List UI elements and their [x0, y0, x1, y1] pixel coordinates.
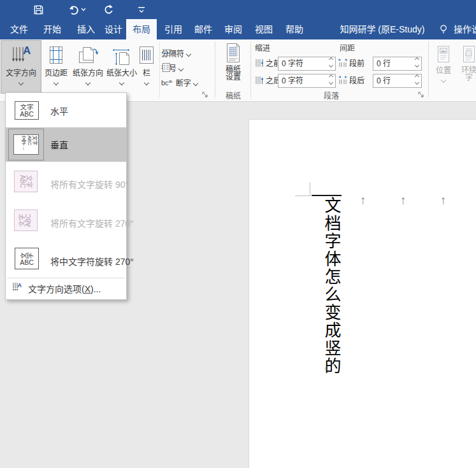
tab-cnki-estudy[interactable]: 知网研学 (原E-Study)	[311, 19, 454, 39]
menu-item-vertical[interactable]: 文字ABC 文字↓ 垂直	[6, 127, 126, 162]
grid-settings-icon	[218, 41, 249, 64]
menu-item-text-direction-options[interactable]: A 文字方向选项(X)...	[6, 279, 126, 298]
tab-mailings[interactable]: 邮件	[189, 19, 217, 39]
document-vertical-text: 文档字体怎么变成竖的	[320, 197, 343, 388]
document-page[interactable]	[249, 119, 476, 468]
margins-button[interactable]: 页边距	[42, 41, 70, 93]
redo-icon[interactable]	[101, 2, 116, 17]
margins-icon	[42, 41, 70, 67]
line-numbers-button[interactable]: 行号	[161, 60, 183, 74]
margin-crop-mark	[295, 182, 310, 196]
tell-me-label[interactable]: 操作说	[454, 19, 476, 39]
spacing-after-input[interactable]: 0 行	[373, 74, 422, 88]
undo-dropdown-icon[interactable]	[80, 2, 87, 17]
breaks-button[interactable]: 分隔符	[161, 46, 191, 60]
grid-settings-button[interactable]: 稿纸 设置	[218, 41, 249, 93]
paragraph-mark: ↑	[440, 194, 447, 208]
tab-design[interactable]: 设计	[99, 19, 127, 39]
position-label: 位置	[432, 66, 455, 75]
save-icon[interactable]	[31, 2, 46, 17]
text-direction-button[interactable]: A 文字方向	[1, 41, 41, 93]
chevron-down-icon	[119, 80, 124, 85]
svg-text:A: A	[18, 282, 22, 288]
spinner-control[interactable]	[328, 75, 334, 84]
wrap-text-icon	[456, 41, 476, 65]
tab-review[interactable]: 审阅	[219, 19, 247, 39]
group-label-manuscript: 稿纸	[218, 90, 249, 101]
paragraph-mark: ↑	[400, 194, 407, 208]
indent-header: 缩进	[255, 42, 270, 53]
spacing-after-icon	[338, 75, 348, 85]
orientation-icon	[71, 41, 105, 67]
paper-size-button[interactable]: 纸张大小	[106, 41, 138, 93]
tab-insert[interactable]: 插入	[72, 19, 100, 39]
tab-view[interactable]: 视图	[250, 19, 278, 39]
hyphenation-label: 断字	[176, 77, 191, 88]
spacing-header: 间距	[340, 42, 355, 53]
vertical-text-icon: 文字ABC 文字↓	[8, 129, 44, 160]
menu-item-rotate-all-90: 文字ABC 将所有文字旋转 90°	[6, 167, 126, 201]
tab-home[interactable]: 开始	[38, 19, 66, 39]
menu-item-rotate-all-270: 文字ABC 将所有文字旋转 270°	[6, 206, 126, 240]
menu-item-horizontal[interactable]: 文字 ABC 水平	[6, 97, 126, 125]
position-icon	[432, 41, 455, 65]
spinner-control[interactable]	[414, 58, 420, 67]
ribbon-tab-row: 文件 开始 插入 设计 布局 引用 邮件 审阅 视图 帮助 知网研学 (原E-S…	[0, 19, 476, 39]
spinner-control[interactable]	[328, 58, 334, 67]
chevron-down-icon	[85, 80, 90, 85]
spacing-before-input[interactable]: 0 行	[373, 57, 422, 71]
paragraph-dialog-launcher[interactable]	[417, 91, 425, 99]
rotate-all-270-icon: 文字ABC	[14, 209, 38, 231]
group-label-paragraph: 段落	[306, 90, 357, 101]
rotate-chinese-270-icon: 文字 ABC	[15, 248, 39, 269]
rotate-all-90-icon: 文字ABC	[14, 171, 38, 192]
columns-button[interactable]: 栏	[135, 41, 158, 93]
paragraph-mark-end: ↑	[324, 365, 328, 372]
customize-quick-access-icon[interactable]	[134, 2, 149, 17]
undo-icon[interactable]	[66, 2, 81, 17]
text-direction-label: 文字方向	[1, 69, 41, 78]
chevron-down-icon	[18, 80, 24, 85]
menu-item-rotate-chinese-270[interactable]: 文字 ABC 将中文字符旋转 270°	[6, 245, 126, 278]
tab-layout[interactable]: 布局	[126, 19, 157, 39]
paragraph-mark: ↑	[360, 194, 366, 208]
orientation-button[interactable]: 纸张方向	[71, 41, 105, 93]
lightbulb-icon	[436, 22, 451, 37]
svg-text:A: A	[23, 45, 31, 57]
indent-before-input[interactable]: 0 字符	[278, 57, 336, 71]
hyphenation-button[interactable]: bca- 断字	[161, 75, 198, 89]
menu-item-label: 将中文字符旋转 270°	[50, 255, 134, 267]
chevron-down-icon	[54, 80, 59, 85]
chevron-down-icon	[193, 80, 198, 85]
spacing-after-label: 段后	[349, 74, 364, 88]
text-cursor	[312, 195, 342, 196]
chevron-down-icon	[144, 80, 149, 85]
grid-settings-label-line2: 设置	[218, 73, 249, 81]
group-separator	[428, 41, 429, 97]
wrap-text-button: 环绕 字	[456, 41, 476, 93]
group-separator	[250, 41, 251, 97]
wrap-text-label-line2: 字	[456, 74, 476, 82]
paper-size-icon	[106, 41, 138, 67]
margins-label: 页边距	[42, 69, 70, 78]
hyphenation-icon: bca-	[161, 78, 173, 87]
separator	[159, 41, 160, 97]
columns-label: 栏	[135, 69, 158, 78]
title-bar	[0, 0, 476, 19]
blue-down-arrow-icon: ↓	[20, 145, 26, 151]
breaks-icon	[161, 48, 171, 58]
spinner-control[interactable]	[414, 75, 420, 84]
line-numbers-icon	[161, 62, 171, 73]
menu-item-label: 水平	[50, 104, 68, 117]
indent-after-input[interactable]: 0 字符	[278, 74, 336, 88]
tab-references[interactable]: 引用	[159, 19, 187, 39]
indent-after-icon	[254, 75, 264, 85]
tab-help[interactable]: 帮助	[280, 19, 308, 39]
tab-file[interactable]: 文件	[5, 19, 33, 39]
orientation-label: 纸张方向	[71, 69, 105, 78]
chevron-down-icon	[441, 78, 446, 83]
paper-size-label: 纸张大小	[106, 69, 138, 78]
spacing-before-label: 段前	[349, 57, 364, 71]
menu-item-label: 文字方向选项(X)...	[28, 282, 101, 295]
page-setup-dialog-launcher[interactable]	[201, 91, 209, 99]
